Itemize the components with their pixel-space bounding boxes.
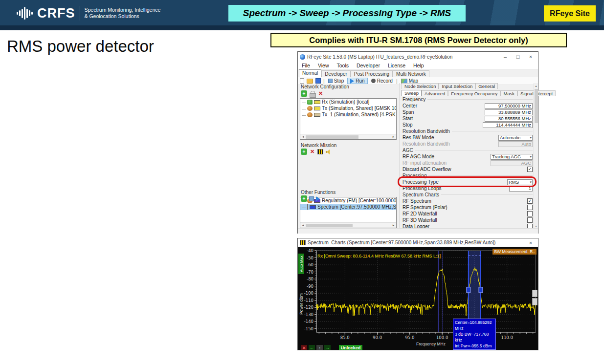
new-file-icon[interactable] <box>300 78 304 84</box>
rf-2d-waterfall-checkbox[interactable] <box>527 211 533 216</box>
add-mission-button[interactable]: + <box>301 149 307 155</box>
scrollbar-thumb[interactable] <box>306 224 353 227</box>
tab-normal[interactable]: Normal <box>299 69 321 77</box>
list-item[interactable]: Tx_1 (Simulation, Shared) [4-PSK 105.000… <box>300 111 396 118</box>
stop-input[interactable]: 114.444444 MHz <box>483 122 533 128</box>
x-tick-label: 110.0 <box>501 335 513 340</box>
toolbar-separator: | <box>323 78 325 84</box>
menu-file[interactable]: File <box>298 63 314 68</box>
stop-button[interactable]: Stop <box>327 78 345 84</box>
tab-sweep[interactable]: Sweep <box>402 90 422 96</box>
auto-max-badge[interactable]: Auto Max <box>298 254 304 274</box>
y-tick-label: -60 <box>307 262 313 267</box>
scroll-right-icon[interactable]: ▸ <box>391 135 396 139</box>
minimize-button[interactable]: – <box>500 54 511 60</box>
rf-spectrum-polar-label: RF Spectrum (Polar) <box>403 205 447 210</box>
menu-developer[interactable]: Developer <box>353 63 384 68</box>
spectrum-plot[interactable]: -40-50-60-70-80-90-100-110-120-130-140-1… <box>298 247 538 350</box>
spectrum-titlebar: Spectrum_Charts (Spectrum [Center:97.500… <box>298 238 538 247</box>
scroll-left-icon[interactable]: ◂ <box>300 135 306 139</box>
menu-view[interactable]: View <box>314 63 333 68</box>
data-logger-label: Data Logger <box>403 224 429 228</box>
network-mission-title: Network Mission <box>301 143 336 148</box>
tab-post-processing[interactable]: Post Processing <box>351 70 393 77</box>
list-item-selected[interactable]: Spectrum [Center:97.500000 MHz,Span:3 <box>300 204 396 210</box>
tab-developer[interactable]: Developer <box>321 70 351 77</box>
record-button[interactable]: Record <box>370 78 394 84</box>
rf-spectrum-checkbox[interactable]: ✓ <box>527 198 533 204</box>
scrollbar-thumb[interactable] <box>535 89 538 123</box>
rf-spectrum-polar-checkbox[interactable] <box>527 205 533 210</box>
open-folder-icon[interactable] <box>307 79 313 84</box>
stop-label: Stop <box>334 78 344 84</box>
tooltip-center: Center=104.985292 MHz <box>455 320 494 331</box>
tab-multi-network[interactable]: Multi Network <box>393 70 429 77</box>
close-button[interactable]: × <box>525 54 536 60</box>
start-label: Start <box>403 116 413 121</box>
pan-right-button[interactable]: → <box>324 345 331 350</box>
mission-swatch <box>310 205 316 209</box>
lock-icon[interactable] <box>309 90 315 97</box>
tree-connector <box>302 204 306 208</box>
delete-mission-button[interactable]: ✕ <box>309 149 315 155</box>
center-input[interactable]: 97.500000 MHz <box>485 103 533 109</box>
chart-side-buttons[interactable] <box>532 290 537 305</box>
scrollbar-thumb[interactable] <box>306 135 358 139</box>
rf-agc-mode-label: RF AGC Mode <box>403 154 434 159</box>
span-label: Span <box>403 109 414 115</box>
rx-node-icon <box>307 100 313 105</box>
rf-agc-mode-select[interactable]: Tracking AGC▾ <box>491 154 533 160</box>
run-button[interactable]: Run <box>347 78 367 84</box>
tree-connector <box>302 99 306 103</box>
settings-scrollbar[interactable]: ▴ ▾ <box>534 83 538 228</box>
pan-up-button[interactable]: ↑ <box>316 345 323 350</box>
speaker-icon[interactable] <box>325 149 332 155</box>
horizontal-scrollbar[interactable]: ◂ ▸ <box>300 222 396 228</box>
square-icon[interactable] <box>309 196 314 201</box>
rf-input-attenuation-label: RF input attenuation <box>403 160 447 166</box>
scroll-up-icon[interactable]: ▴ <box>534 83 538 88</box>
settings-tabs-row1: Node Selection Input Selection General <box>402 83 498 89</box>
lock-status-badge[interactable]: Unlocked <box>339 345 362 350</box>
bw-measurement-badge[interactable]: BW Measurement: R.. <box>492 249 537 255</box>
scroll-right-icon[interactable]: ▸ <box>391 223 396 227</box>
play-icon[interactable] <box>316 196 320 201</box>
menu-help[interactable]: Help <box>409 63 428 68</box>
horizontal-scrollbar[interactable]: ◂ ▸ <box>300 134 396 139</box>
rf-3d-waterfall-checkbox[interactable] <box>527 217 533 223</box>
y-tick-label: -90 <box>307 284 313 289</box>
menu-license[interactable]: License <box>384 63 409 68</box>
tab-frequency-occupancy[interactable]: Frequency Occupancy <box>448 90 500 96</box>
soundwave-icon <box>17 7 33 20</box>
scroll-down-icon[interactable]: ▾ <box>534 223 538 228</box>
save-icon[interactable] <box>315 78 321 84</box>
y-tick-label: -110 <box>304 298 313 303</box>
tab-advanced[interactable]: Advanced <box>422 90 448 96</box>
chart-icon[interactable] <box>317 149 323 154</box>
add-function-button[interactable]: + <box>301 195 307 202</box>
panel-splitter[interactable] <box>399 83 400 228</box>
resbw-mode-select[interactable]: Automatic▾ <box>498 135 533 141</box>
scroll-left-icon[interactable]: ◂ <box>300 223 306 227</box>
tab-node-selection[interactable]: Node Selection <box>402 83 439 89</box>
clear-button[interactable]: ✕ <box>301 345 307 350</box>
menu-tools[interactable]: Tools <box>333 63 353 68</box>
tagline-line1: Spectrum Monitoring, Intelligence <box>85 7 161 13</box>
tab-input-selection[interactable]: Input Selection <box>439 83 475 89</box>
discard-adc-overflow-checkbox[interactable]: ✓ <box>527 167 533 172</box>
y-tick-label: -80 <box>307 277 313 281</box>
span-input[interactable]: 33.888889 MHz <box>485 109 533 115</box>
tab-mask[interactable]: Mask <box>500 90 517 96</box>
list-item[interactable]: Rx (Simulation) [local] <box>300 99 396 105</box>
node-label: Tx (Simulation, Shared) [GMSK 100.000000 <box>322 106 396 111</box>
tab-general[interactable]: General <box>475 83 498 89</box>
x-tick-label: 95.0 <box>405 335 414 340</box>
data-logger-checkbox[interactable] <box>527 224 533 228</box>
start-input[interactable]: 80.555556 MHz <box>485 116 533 122</box>
list-item[interactable]: Tx (Simulation, Shared) [GMSK 100.000000 <box>300 105 396 111</box>
close-icon[interactable]: × <box>525 240 536 246</box>
pan-left-button[interactable]: ← <box>309 345 315 350</box>
maximize-button[interactable]: □ <box>513 54 523 60</box>
add-node-button[interactable]: + <box>301 90 307 97</box>
delete-node-button[interactable]: ✕ <box>317 90 324 97</box>
